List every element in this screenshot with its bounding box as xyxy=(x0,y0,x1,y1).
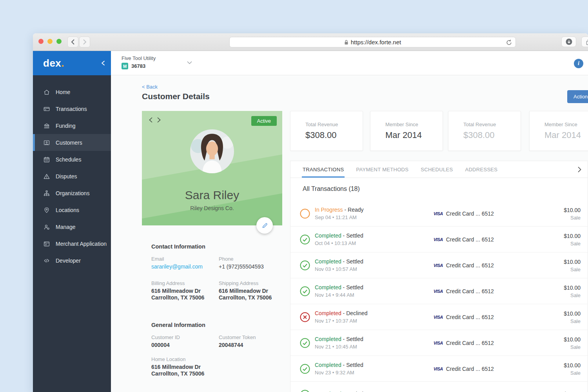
transaction-row[interactable]: Completed - Settled Oct 04 • 10:13 AM VI… xyxy=(290,227,588,252)
general-information-heading: General Information xyxy=(151,322,205,328)
lock-icon xyxy=(344,40,348,45)
chevron-left-icon xyxy=(71,39,75,45)
email-link[interactable]: sarariley@gmail.com xyxy=(151,263,218,270)
page-content: < Back Customer Details Actions Active xyxy=(111,75,588,392)
sidebar-item-developer[interactable]: Developer xyxy=(33,252,111,269)
stat-card-total-revenue: Total Revenue $308.00 xyxy=(290,111,363,151)
sidebar-nav: Home Transactions Funding Customers Sche… xyxy=(33,75,111,269)
next-customer-button[interactable] xyxy=(157,117,161,123)
share-button[interactable] xyxy=(581,36,588,47)
visa-logo: VISA xyxy=(434,211,443,216)
reload-icon[interactable] xyxy=(506,39,512,46)
shipping-address-field: Shipping Address 616 Millmeadow Dr Carro… xyxy=(219,280,285,301)
customer-detail-panel: TRANSACTIONS PAYMENT METHODS SCHEDULES A… xyxy=(290,161,588,392)
home-location-field: Home Location 616 Millmeadow Dr Carrollt… xyxy=(151,356,218,377)
browser-chrome: https://dex.forte.net xyxy=(33,33,588,51)
success-icon xyxy=(300,286,310,296)
billing-address-field: Billing Address 616 Millmeadow Dr Carrol… xyxy=(151,280,218,301)
success-icon xyxy=(300,390,310,392)
sidebar-item-customers[interactable]: Customers xyxy=(33,134,111,151)
chevron-down-icon[interactable] xyxy=(187,61,192,64)
manage-icon xyxy=(43,223,50,230)
visa-logo: VISA xyxy=(434,315,443,319)
success-icon xyxy=(300,260,310,270)
visa-logo: VISA xyxy=(434,367,443,371)
back-link[interactable]: < Back xyxy=(142,84,158,90)
address-bar[interactable]: https://dex.forte.net xyxy=(229,37,516,47)
org-selector[interactable]: Five Tool Utility M 36783 xyxy=(122,55,156,69)
chevron-right-icon xyxy=(578,167,581,172)
close-window-button[interactable] xyxy=(38,39,44,44)
transaction-row[interactable]: Completed - Declined Nov 17 • 10:37 AM V… xyxy=(290,304,588,330)
sidebar-logo: dex . xyxy=(33,51,111,75)
transaction-row[interactable]: Completed - Settled $10.00 xyxy=(290,382,588,392)
browser-forward-button[interactable] xyxy=(79,36,90,47)
sidebar-item-funding[interactable]: Funding xyxy=(33,117,111,134)
success-icon xyxy=(300,364,310,374)
download-icon xyxy=(566,38,572,45)
tab-transactions[interactable]: TRANSACTIONS xyxy=(303,161,344,178)
tabs-overflow-button[interactable] xyxy=(578,167,581,172)
sidebar-item-merchant-application[interactable]: Merchant Application xyxy=(33,235,111,252)
transaction-row[interactable]: Completed - Settled Nov 21 • 10:45 AM VI… xyxy=(290,330,588,356)
tab-payment-methods[interactable]: PAYMENT METHODS xyxy=(356,161,408,178)
minimize-window-button[interactable] xyxy=(47,39,53,44)
transactions-icon xyxy=(43,105,50,113)
declined-icon xyxy=(300,312,310,322)
customer-company: Riley Designs Co. xyxy=(142,205,282,211)
share-icon xyxy=(586,38,588,45)
visa-logo: VISA xyxy=(434,341,443,345)
sidebar-item-disputes[interactable]: Disputes xyxy=(33,168,111,185)
previous-customer-button[interactable] xyxy=(149,117,152,123)
merchant-application-icon xyxy=(43,240,50,247)
org-name: Five Tool Utility xyxy=(122,55,156,61)
transaction-row[interactable]: In Progress - Ready Sep 04 • 11:21 AM VI… xyxy=(290,201,588,227)
actions-button[interactable]: Actions xyxy=(567,90,588,103)
schedules-icon xyxy=(43,156,50,163)
stat-card-member-since: Member Since Mar 2014 xyxy=(370,111,443,151)
sidebar-item-organizations[interactable]: Organizations xyxy=(33,185,111,201)
visa-logo: VISA xyxy=(434,263,443,268)
chevron-right-icon xyxy=(157,117,161,123)
transaction-row[interactable]: Completed - Settled Nov 14 • 9:44 AM VIS… xyxy=(290,278,588,304)
browser-back-button[interactable] xyxy=(67,36,78,47)
sidebar-item-transactions[interactable]: Transactions xyxy=(33,100,111,117)
tab-schedules[interactable]: SCHEDULES xyxy=(421,161,453,178)
avatar xyxy=(190,129,234,173)
home-icon xyxy=(43,89,50,96)
customer-name: Sara Riley xyxy=(142,189,282,202)
transaction-row[interactable]: Completed - Settled Nov 23 • 9:32 AM VIS… xyxy=(290,356,588,382)
browser-window: https://dex.forte.net dex . xyxy=(33,33,588,392)
sidebar-item-locations[interactable]: Locations xyxy=(33,201,111,218)
tab-addresses[interactable]: ADDRESSES xyxy=(465,161,497,178)
sidebar-collapse-button[interactable] xyxy=(102,61,105,65)
chevron-left-icon xyxy=(149,117,152,123)
funding-icon xyxy=(43,122,50,129)
org-id: 36783 xyxy=(131,63,145,69)
stat-card-member-since-2: Member Since Mar 2014 xyxy=(529,111,588,151)
app-logo: dex xyxy=(43,57,61,69)
locations-icon xyxy=(43,207,50,214)
customer-token-field: Customer Token 20048744 xyxy=(219,334,285,348)
visa-logo: VISA xyxy=(434,289,443,294)
sidebar-item-home[interactable]: Home xyxy=(33,83,111,100)
pencil-icon xyxy=(261,222,268,229)
contact-information-heading: Contact Information xyxy=(151,243,205,250)
status-badge[interactable]: Active xyxy=(251,116,277,126)
customers-icon xyxy=(43,139,50,146)
phone-field: Phone +1 (972)55504593 xyxy=(219,256,285,270)
info-icon[interactable]: i xyxy=(574,59,583,68)
merchant-badge: M xyxy=(122,63,128,69)
sidebar: dex . Home Transactions Funding xyxy=(33,51,111,392)
email-field: Email sarariley@gmail.com xyxy=(151,256,218,270)
sidebar-item-schedules[interactable]: Schedules xyxy=(33,151,111,168)
page-title: Customer Details xyxy=(142,92,210,101)
transactions-heading: All Transactions (18) xyxy=(303,185,360,192)
edit-customer-button[interactable] xyxy=(256,217,273,234)
downloads-button[interactable] xyxy=(561,36,576,47)
transaction-row[interactable]: Completed - Settled Nov 03 • 10:57 AM VI… xyxy=(290,252,588,278)
sidebar-item-manage[interactable]: Manage xyxy=(33,218,111,235)
chevron-right-icon xyxy=(83,39,87,45)
zoom-window-button[interactable] xyxy=(56,39,62,44)
app-logo-dot: . xyxy=(61,57,64,69)
